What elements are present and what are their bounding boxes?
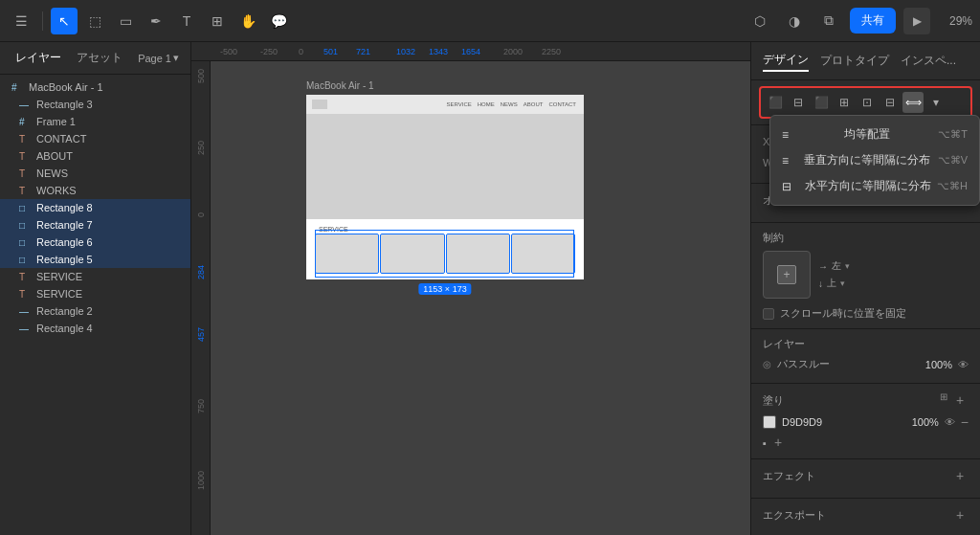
frame-tool[interactable]: ⬚ [81,8,108,34]
layer-item-rect7[interactable]: □ Rectangle 7 [0,216,190,234]
top-toolbar: ☰ ↖ ⬚ ▭ ✒ T ⊞ ✋ 💬 ⬡ ◑ ⧉ 共有 ▶ 29% [0,0,980,42]
layer-label-contact: CONTACT [36,133,183,145]
scroll-fix-checkbox[interactable] [763,308,774,320]
play-button[interactable]: ▶ [903,8,930,34]
frame-icon: # [11,82,25,93]
opacity-icon: ◎ [763,359,771,369]
align-left-btn[interactable]: ⬛ [765,92,786,113]
fill-color-swatch[interactable] [763,415,776,429]
hand-tool[interactable]: ✋ [234,8,261,34]
pass-through-label: パススルー [777,357,920,371]
effects-label: エフェクト [763,469,815,483]
zoom-level[interactable]: 29% [938,14,972,28]
layers-icon[interactable]: ⧉ [815,8,842,34]
text-icon-works: T [19,186,33,196]
align-right-btn[interactable]: ⬛ [811,92,832,113]
rect-icon-8: □ [19,203,33,213]
frame-logo [312,100,327,109]
layer-label-rect2: Rectangle 2 [36,305,183,317]
selection-size-label: 1153 × 173 [418,283,471,295]
align-equal-shortcut: ⌥⌘T [938,128,968,141]
text-tool[interactable]: T [173,8,200,34]
layer-item-works[interactable]: T WORKS [0,182,190,199]
page-selector[interactable]: Page 1 ▾ [138,52,179,64]
visibility-toggle[interactable]: 👁 [958,359,969,370]
layer-item-rect3[interactable]: — Rectangle 3 [0,96,190,113]
main-layout: レイヤー アセット Page 1 ▾ # MacBook Air - 1 — R… [0,42,980,535]
add-effect-btn[interactable]: + [951,467,969,484]
theme-icon[interactable]: ◑ [781,8,808,34]
canvas-viewport[interactable]: MacBook Air - 1 SERVICE HOME NEWS ABOUT … [211,61,750,535]
align-center-h-btn[interactable]: ⊟ [788,92,809,113]
nav-news: NEWS [501,101,518,107]
frame-hero [306,114,584,219]
layer-item-rect8[interactable]: □ Rectangle 8 [0,199,190,216]
card-2[interactable] [381,234,443,273]
layer-item-rect5[interactable]: □ Rectangle 5 [0,251,190,268]
layer-item-frame1[interactable]: # Frame 1 [0,113,190,130]
left-sidebar: レイヤー アセット Page 1 ▾ # MacBook Air - 1 — R… [0,42,191,535]
more-align-btn[interactable]: ▾ [925,92,947,113]
remove-fill-btn[interactable]: − [961,414,969,430]
scroll-fix-row: スクロール時に位置を固定 [763,306,969,321]
frame-cards [311,234,579,278]
shape-tool[interactable]: ▭ [112,8,139,34]
align-center-v-btn[interactable]: ⊡ [857,92,878,113]
card-1[interactable] [316,234,378,273]
layer-item-news[interactable]: T NEWS [0,165,190,182]
layer-label-macbook: MacBook Air - 1 [29,81,183,93]
assets-tab[interactable]: アセット [73,48,126,68]
right-sidebar-header: デザイン プロトタイプ インスペ... [751,42,980,80]
right-sidebar: デザイン プロトタイプ インスペ... ⬛ ⊟ ⬛ ⊞ ⊡ ⊟ ⟺ ▾ [750,42,980,535]
constraints-title: 制約 [763,231,969,245]
fill-visibility-toggle[interactable]: 👁 [945,416,955,428]
design-frame[interactable]: MacBook Air - 1 SERVICE HOME NEWS ABOUT … [306,80,584,279]
pen-tool[interactable]: ✒ [143,8,169,34]
layer-item-macbook[interactable]: # MacBook Air - 1 [0,78,190,96]
export-section: エクスポート + [751,499,980,535]
constraint-selects: → 左 ▾ ↓ 上 ▾ [818,259,850,290]
comment-tool[interactable]: 💬 [265,8,292,34]
layer-item-contact[interactable]: T CONTACT [0,130,190,147]
distribute-h-btn[interactable]: ⟺ [902,92,924,113]
select-tool[interactable]: ↖ [51,8,78,34]
prototype-tab[interactable]: プロトタイプ [820,51,889,71]
shadow-label: ▪ [763,437,767,449]
component-tool[interactable]: ⊞ [204,8,231,34]
layer-item-service1[interactable]: T SERVICE [0,268,190,285]
layer-section: レイヤー ◎ パススルー 100% 👁 [751,329,980,384]
constraint-v-select: ↓ 上 ▾ [818,277,850,290]
effects-title: エフェクト + [763,467,969,484]
layer-item-rect4[interactable]: — Rectangle 4 [0,320,190,337]
frame-label: MacBook Air - 1 [306,80,584,91]
nav-about: ABOUT [523,101,544,107]
distribute-v-btn[interactable]: ≡ 垂直方向に等間隔に分布 ⌥⌘V [770,147,979,173]
add-shadow-btn[interactable]: + [769,434,787,451]
layer-label-frame1: Frame 1 [36,116,183,127]
align-equal-btn[interactable]: ≡ 均等配置 ⌥⌘T [770,122,979,147]
inspect-tab[interactable]: インスペ... [901,51,956,71]
fill-label: 塗り [763,393,784,408]
prototype-link-icon[interactable]: ⬡ [746,8,773,34]
menu-tool[interactable]: ☰ [8,8,34,34]
layer-item-about[interactable]: T ABOUT [0,147,190,165]
constraint-inner-box: + [777,265,796,284]
nav-home: HOME [478,101,495,107]
align-top-btn[interactable]: ⊞ [834,92,855,113]
align-bottom-btn[interactable]: ⊟ [880,92,901,113]
add-fill-btn[interactable]: + [951,391,969,409]
layer-item-service2[interactable]: T SERVICE [0,285,190,302]
layer-item-rect2[interactable]: — Rectangle 2 [0,302,190,320]
layer-item-rect6[interactable]: □ Rectangle 6 [0,234,190,251]
opacity-value: 100% [925,359,952,370]
distribute-h-menu-btn[interactable]: ⊟ 水平方向に等間隔に分布 ⌥⌘H [770,173,979,199]
layer-label-rect7: Rectangle 7 [36,219,183,231]
chevron-down-icon: ▾ [173,52,179,64]
card-3[interactable] [447,234,509,273]
card-4[interactable] [512,234,574,273]
design-tab[interactable]: デザイン [763,50,809,72]
canvas-area[interactable]: -500 -250 0 501 721 1032 1343 1654 2000 … [191,42,750,535]
add-export-btn[interactable]: + [951,506,969,524]
share-button[interactable]: 共有 [850,8,896,33]
layers-tab[interactable]: レイヤー [11,48,65,68]
